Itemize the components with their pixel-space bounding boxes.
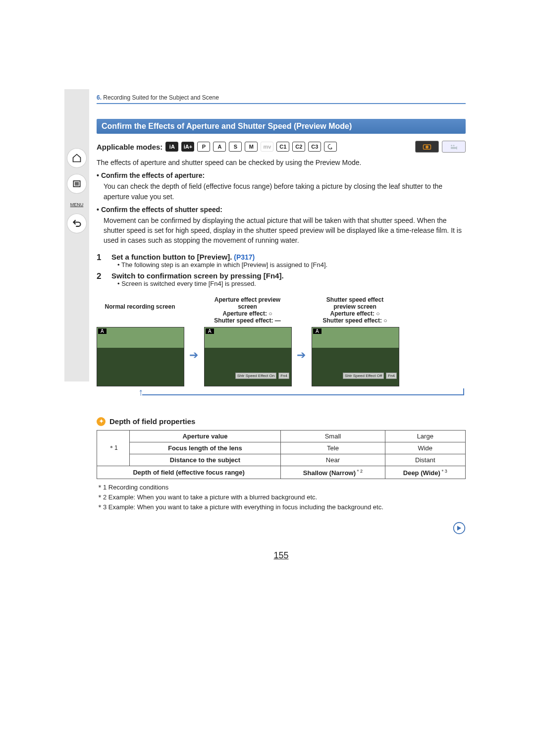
- preview-col-aperture-title1: Aperture effect preview: [204, 296, 291, 303]
- mode-iaplus-icon: iA+: [181, 142, 194, 152]
- preview-row: Normal recording screen A ➔ Aperture eff…: [97, 296, 466, 386]
- step-1-note: The following step is an example in whic…: [117, 261, 327, 269]
- aperture-heading: Confirm the effects of aperture:: [97, 171, 466, 179]
- footnote-3: ＊3 Example: When you want to take a pict…: [97, 503, 466, 512]
- applicable-modes-label: Applicable modes:: [97, 143, 162, 151]
- svg-point-5: [426, 146, 428, 149]
- thumb-overlay-2-fn: Fn4: [278, 373, 289, 379]
- footnotes: ＊1 Recording conditions ＊2 Example: When…: [97, 483, 466, 512]
- step-1: 1 Set a function button to [Preview]. (P…: [97, 253, 466, 269]
- dof-table: ＊1 Aperture value Small Large Focus leng…: [97, 430, 466, 479]
- preview-col-shutter-shutter: Shutter speed effect: ○: [312, 317, 398, 324]
- dof-heading-row: ✦ Depth of field properties: [97, 417, 466, 426]
- side-nav: MENU: [64, 89, 89, 381]
- dof-row3-large: Distant: [385, 454, 465, 466]
- preview-col-aperture-shutter: Shutter speed effect: —: [204, 317, 291, 324]
- mode-c3-icon: C3: [308, 142, 321, 152]
- video-mode-badge-icon: [442, 141, 466, 153]
- preview-col-aperture-aperture: Aperture effect: ○: [204, 310, 291, 317]
- arrow-2-icon: ➔: [295, 349, 308, 386]
- cycle-arrow-up-icon: ↑: [138, 386, 143, 398]
- dof-sidecell: ＊1: [97, 430, 130, 466]
- svg-point-7: [453, 145, 455, 146]
- preview-thumb-shutter: A Shtr Speed Effect Off Fn4: [312, 327, 399, 386]
- preview-col-aperture: Aperture effect preview screen Aperture …: [204, 296, 291, 386]
- breadcrumb: 6. Recording Suited for the Subject and …: [97, 94, 466, 104]
- preview-col-aperture-title2: screen: [204, 303, 291, 310]
- preview-col-normal-spacer: [97, 296, 183, 303]
- dof-last-small-text: Shallow (Narrow): [303, 469, 356, 477]
- dof-last-small: Shallow (Narrow)＊2: [281, 466, 385, 479]
- dof-last-large: Deep (Wide)＊3: [385, 466, 465, 479]
- mode-m-icon: M: [245, 142, 258, 152]
- mode-a-icon: A: [213, 142, 226, 152]
- mode-movie-icon: mv: [261, 142, 273, 152]
- thumb-tag-a-3: A: [313, 328, 321, 334]
- dof-row1-small: Small: [281, 430, 385, 442]
- svg-rect-8: [451, 147, 455, 149]
- step-2-number: 2: [97, 271, 105, 287]
- dof-row3-small: Near: [281, 454, 385, 466]
- dof-last-large-text: Deep (Wide): [403, 469, 440, 477]
- mode-c1-icon: C1: [276, 142, 289, 152]
- preview-thumb-normal: A: [97, 327, 184, 386]
- footnote-1: ＊1 Recording conditions: [97, 483, 466, 492]
- thumb-overlay-3: Shtr Speed Effect Off Fn4: [343, 373, 397, 379]
- page-content: 6. Recording Suited for the Subject and …: [92, 89, 471, 576]
- thumb-overlay-2-text: Shtr Speed Effect On: [235, 373, 276, 379]
- mode-s-icon: S: [229, 142, 242, 152]
- intro-text: The effects of aperture and shutter spee…: [97, 158, 466, 167]
- cycle-arrow-bar: [142, 394, 464, 395]
- dof-row3-label: Distance to the subject: [129, 454, 281, 466]
- preview-thumb-aperture: A Shtr Speed Effect On Fn4: [204, 327, 292, 386]
- applicable-modes-row: Applicable modes: iA iA+ P A S M mv C1 C…: [97, 141, 466, 153]
- step-2-title: Switch to confirmation screen by pressin…: [111, 271, 284, 280]
- dof-row2-large: Wide: [385, 442, 465, 454]
- thumb-tag-a-1: A: [98, 328, 107, 334]
- shutter-heading: Confirm the effects of shutter speed:: [97, 206, 466, 214]
- preview-col-shutter-aperture: Aperture effect: ○: [312, 310, 398, 317]
- dof-row1-label: Aperture value: [129, 430, 281, 442]
- aperture-text: You can check the depth of field (effect…: [104, 181, 466, 202]
- svg-point-6: [451, 145, 452, 146]
- arrow-1-icon: ➔: [187, 349, 200, 386]
- dof-row1-large: Large: [385, 430, 465, 442]
- mode-palette-icon: [324, 142, 337, 152]
- dof-row2-small: Tele: [281, 442, 385, 454]
- cycle-arrow: ↑: [107, 388, 466, 403]
- steps: 1 Set a function button to [Preview]. (P…: [97, 253, 466, 287]
- chapter-title: Recording Suited for the Subject and Sce…: [103, 94, 218, 101]
- back-icon[interactable]: [67, 214, 86, 233]
- thumb-overlay-3-fn: Fn4: [386, 373, 397, 379]
- chapter-number: 6.: [97, 94, 102, 101]
- thumb-overlay-2: Shtr Speed Effect On Fn4: [235, 373, 289, 379]
- mode-ia-icon: iA: [165, 142, 178, 152]
- preview-col-shutter-title2: preview screen: [312, 303, 398, 310]
- section-title: Confirm the Effects of Aperture and Shut…: [97, 119, 466, 134]
- dof-last-small-sup: ＊2: [356, 469, 363, 474]
- toc-icon[interactable]: [67, 174, 86, 193]
- thumb-tag-a-2: A: [206, 328, 214, 334]
- step-2: 2 Switch to confirmation screen by press…: [97, 271, 466, 287]
- preview-col-normal: Normal recording screen A: [97, 296, 183, 386]
- page-number: 155: [97, 550, 466, 561]
- preview-col-shutter: Shutter speed effect preview screen Aper…: [312, 296, 398, 386]
- step-1-ref[interactable]: (P317): [234, 253, 255, 261]
- dof-last-large-sup: ＊3: [440, 469, 447, 474]
- photo-mode-badge-icon: [415, 141, 439, 153]
- step-1-number: 1: [97, 253, 105, 269]
- mode-c2-icon: C2: [292, 142, 305, 152]
- dof-heading: Depth of field properties: [109, 417, 195, 426]
- continue-icon[interactable]: [97, 522, 466, 538]
- home-icon[interactable]: [67, 149, 86, 167]
- step-2-note: Screen is switched every time [Fn4] is p…: [117, 280, 284, 287]
- menu-label[interactable]: MENU: [70, 202, 84, 207]
- tip-bulb-icon: ✦: [97, 417, 106, 426]
- step-1-title: Set a function button to [Preview].: [111, 253, 232, 261]
- preview-col-normal-spacer2: [97, 310, 183, 324]
- dof-row2-label: Focus length of the lens: [129, 442, 281, 454]
- shutter-text: Movement can be confirmed by displaying …: [104, 216, 466, 246]
- preview-col-normal-title: Normal recording screen: [97, 303, 183, 310]
- mode-p-icon: P: [197, 142, 210, 152]
- thumb-overlay-3-text: Shtr Speed Effect Off: [343, 373, 384, 379]
